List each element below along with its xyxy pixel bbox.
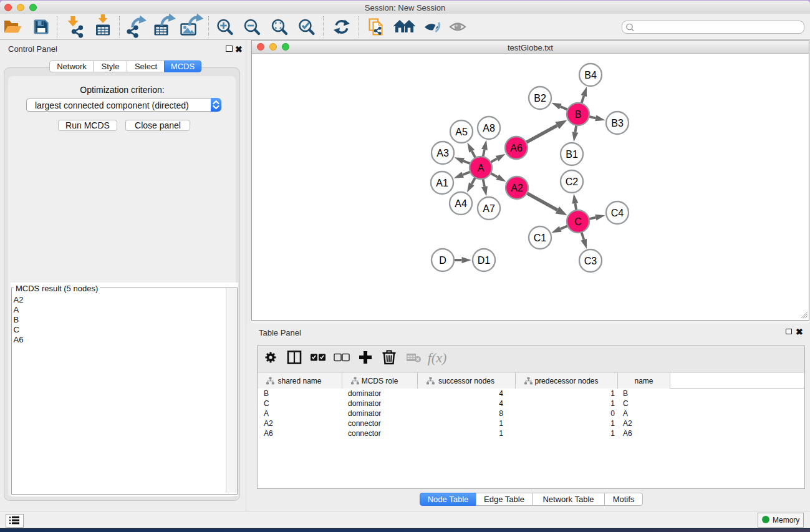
svg-text:D: D: [439, 255, 446, 266]
svg-text:A5: A5: [455, 127, 468, 137]
svg-text:A3: A3: [436, 148, 449, 158]
svg-text:C: C: [574, 216, 582, 227]
svg-text:C4: C4: [611, 208, 624, 218]
svg-text:A8: A8: [483, 123, 495, 133]
svg-text:A7: A7: [483, 203, 495, 214]
svg-text:B1: B1: [566, 149, 578, 160]
svg-text:f(x): f(x): [428, 350, 447, 365]
svg-text:B3: B3: [611, 118, 624, 128]
svg-text:A6: A6: [510, 143, 523, 153]
svg-text:B4: B4: [584, 70, 597, 80]
svg-text:D1: D1: [478, 255, 491, 266]
svg-text:A: A: [478, 163, 485, 173]
svg-text:B: B: [575, 109, 582, 120]
svg-text:A1: A1: [436, 178, 448, 188]
svg-text:C3: C3: [584, 256, 597, 266]
svg-text:B2: B2: [534, 93, 546, 104]
svg-text:C2: C2: [566, 177, 579, 187]
svg-text:C1: C1: [534, 233, 547, 243]
svg-text:A2: A2: [511, 183, 523, 193]
svg-text:A4: A4: [455, 198, 467, 209]
